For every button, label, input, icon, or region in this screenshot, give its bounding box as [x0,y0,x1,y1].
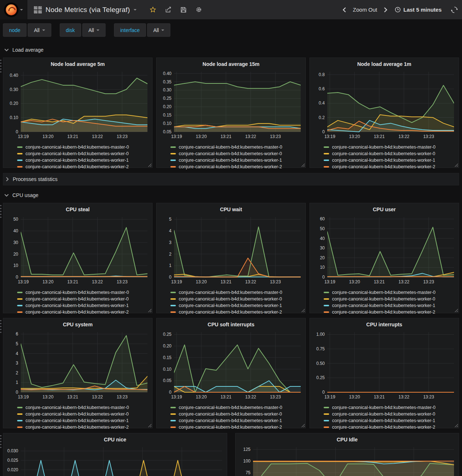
chart-plot[interactable]: 00.050.100.150.200.2513:1913:2013:2113:2… [159,330,303,403]
svg-text:0.6: 0.6 [319,86,325,91]
legend-item[interactable]: conjure-canonical-kubern-b4d:kubernetes-… [170,411,303,417]
legend-item[interactable]: conjure-canonical-kubern-b4d:kubernetes-… [170,144,303,150]
legend-item[interactable]: conjure-canonical-kubern-b4d:kubernetes-… [17,309,149,315]
chart-plot[interactable]: 00.20.40.60.813:1913:2013:2113:2213:23 [313,69,456,143]
legend-item[interactable]: conjure-canonical-kubern-b4d:kubernetes-… [170,404,303,411]
svg-text:13:20: 13:20 [43,394,54,400]
variable-value-dropdown[interactable]: All [82,23,106,37]
svg-text:13:20: 13:20 [43,279,54,284]
template-variable-group: node All [3,23,51,37]
time-range-picker[interactable]: Last 5 minutes [395,7,442,13]
legend-item[interactable]: conjure-canonical-kubern-b4d:kubernetes-… [17,424,149,430]
panel-title[interactable]: CPU Idle [238,436,456,444]
panel-title[interactable]: CPU user [313,205,456,214]
time-forward-button[interactable] [382,7,389,13]
legend-item[interactable]: conjure-canonical-kubern-b4d:kubernetes-… [170,289,303,296]
legend-item[interactable]: conjure-canonical-kubern-b4d:kubernetes-… [324,417,456,424]
legend-item[interactable]: conjure-canonical-kubern-b4d:kubernetes-… [324,289,456,296]
panel-title[interactable]: CPU wait [159,205,303,214]
chart-plot[interactable]: 0.0150.0200.0250.03013:1913:2013:2113:22… [6,445,224,476]
legend-swatch-icon [324,166,329,168]
svg-text:20: 20 [13,252,19,257]
variable-value-dropdown[interactable]: All [28,23,51,37]
row-header-cpu-usage[interactable]: CPU usage [4,191,459,200]
star-button[interactable] [150,7,156,13]
legend-item[interactable]: conjure-canonical-kubern-b4d:kubernetes-… [170,150,303,157]
panel-title[interactable]: Node load average 5m [6,60,149,69]
svg-text:3: 3 [16,361,18,366]
settings-button[interactable] [196,7,202,13]
chart-plot[interactable]: 012345613:1913:2013:2113:2213:23 [6,330,149,403]
legend-series-name: conjure-canonical-kubern-b4d:kubernetes-… [179,164,282,169]
legend-item[interactable]: conjure-canonical-kubern-b4d:kubernetes-… [170,417,303,424]
legend-item[interactable]: conjure-canonical-kubern-b4d:kubernetes-… [324,150,456,157]
panel-title[interactable]: CPU interrupts [313,320,456,329]
legend-item[interactable]: conjure-canonical-kubern-b4d:kubernetes-… [17,289,149,296]
legend-swatch-icon [17,426,23,428]
legend-item[interactable]: conjure-canonical-kubern-b4d:kubernetes-… [17,404,149,411]
legend-item[interactable]: conjure-canonical-kubern-b4d:kubernetes-… [170,302,303,309]
save-button[interactable] [180,7,187,13]
chart-panel: CPU wait 01234513:1913:2013:2113:2213:23… [156,203,306,313]
svg-text:13:19: 13:19 [171,279,182,284]
svg-text:13:19: 13:19 [18,279,29,284]
chart-plot[interactable]: 0102030405013:1913:2013:2113:2213:23 [6,215,149,288]
variable-value-dropdown[interactable]: All [147,23,171,37]
legend-item[interactable]: conjure-canonical-kubern-b4d:kubernetes-… [17,150,149,157]
legend-item[interactable]: conjure-canonical-kubern-b4d:kubernetes-… [17,157,149,164]
svg-text:13:19: 13:19 [324,134,335,139]
row-header-processes-statistics[interactable]: Processes statistics [3,173,459,185]
chart-plot[interactable]: 025507510012513:1913:2013:2113:2213:23 [238,445,456,476]
legend-item[interactable]: conjure-canonical-kubern-b4d:kubernetes-… [170,296,303,302]
row-header-load-average[interactable]: Load average [4,46,459,54]
legend-item[interactable]: conjure-canonical-kubern-b4d:kubernetes-… [324,424,456,430]
panel-title[interactable]: CPU soft interrupts [159,320,303,329]
svg-text:0.4: 0.4 [319,101,325,106]
legend-series-name: conjure-canonical-kubern-b4d:kubernetes-… [25,158,129,163]
refresh-button[interactable] [451,7,458,13]
template-variable-group: interface All [114,23,170,37]
legend-item[interactable]: conjure-canonical-kubern-b4d:kubernetes-… [17,144,149,150]
legend-item[interactable]: conjure-canonical-kubern-b4d:kubernetes-… [324,302,456,309]
panel-title[interactable]: CPU system [6,320,149,329]
legend-item[interactable]: conjure-canonical-kubern-b4d:kubernetes-… [17,411,149,417]
variable-value: All [88,27,94,33]
legend-item[interactable]: conjure-canonical-kubern-b4d:kubernetes-… [324,157,456,164]
chart-plot[interactable]: 00.100.200.300.4013:1913:2013:2113:2213:… [6,69,149,143]
variable-name-button[interactable]: disk [60,23,81,37]
panel-title[interactable]: CPU nice [6,436,224,444]
legend-item[interactable]: conjure-canonical-kubern-b4d:kubernetes-… [170,424,303,430]
legend-swatch-icon [17,166,23,168]
chart-plot[interactable]: 00.250.500.751.0013:1913:2013:2113:2213:… [313,330,456,403]
variable-name-button[interactable]: interface [114,23,146,37]
panel-title[interactable]: Node load average 15m [159,60,303,69]
legend-item[interactable]: conjure-canonical-kubern-b4d:kubernetes-… [17,164,149,170]
grafana-menu-button[interactable] [0,0,27,19]
chart-plot[interactable]: 010203040506013:1913:2013:2113:2213:23 [313,215,456,288]
svg-text:4: 4 [169,228,171,233]
legend-item[interactable]: conjure-canonical-kubern-b4d:kubernetes-… [324,164,456,170]
legend-item[interactable]: conjure-canonical-kubern-b4d:kubernetes-… [324,144,456,150]
legend-item[interactable]: conjure-canonical-kubern-b4d:kubernetes-… [324,296,456,302]
legend-item[interactable]: conjure-canonical-kubern-b4d:kubernetes-… [170,164,303,170]
dashboard-title-dropdown[interactable]: Node Metrics (via Telegraf) [27,0,143,19]
legend-item[interactable]: conjure-canonical-kubern-b4d:kubernetes-… [170,157,303,164]
chart-plot[interactable]: 0.050.100.150.200.250.300.350.4013:1913:… [159,69,303,143]
panel-title[interactable]: CPU steal [6,205,149,214]
chart-plot[interactable]: 01234513:1913:2013:2113:2213:23 [159,215,303,288]
legend-item[interactable]: conjure-canonical-kubern-b4d:kubernetes-… [17,302,149,309]
legend-item[interactable]: conjure-canonical-kubern-b4d:kubernetes-… [170,309,303,315]
legend-item[interactable]: conjure-canonical-kubern-b4d:kubernetes-… [17,296,149,302]
zoom-out-button[interactable]: Zoom Out [353,7,377,13]
chart-panel: Node load average 15m 0.050.100.150.200.… [156,58,306,168]
legend-item[interactable]: conjure-canonical-kubern-b4d:kubernetes-… [324,404,456,411]
variable-name-button[interactable]: node [3,23,27,37]
svg-text:0: 0 [322,275,325,280]
legend-item[interactable]: conjure-canonical-kubern-b4d:kubernetes-… [324,411,456,417]
legend-item[interactable]: conjure-canonical-kubern-b4d:kubernetes-… [17,417,149,424]
legend-swatch-icon [324,298,329,300]
time-back-button[interactable] [341,7,348,13]
legend-item[interactable]: conjure-canonical-kubern-b4d:kubernetes-… [324,309,456,315]
share-button[interactable] [165,7,171,13]
panel-title[interactable]: Node load average 1m [313,60,456,69]
